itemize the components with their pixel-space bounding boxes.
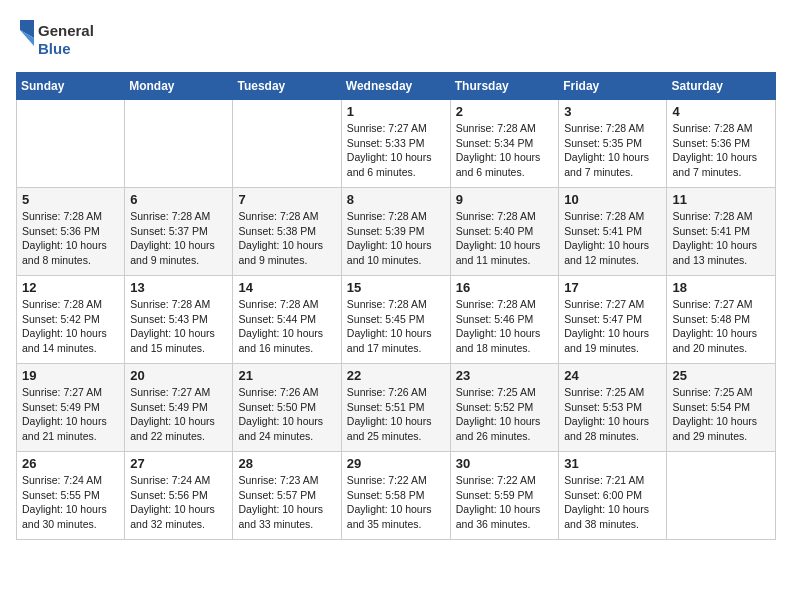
day-number: 12: [22, 280, 119, 295]
day-number: 31: [564, 456, 661, 471]
day-info: Sunrise: 7:28 AMSunset: 5:41 PMDaylight:…: [564, 209, 661, 268]
calendar-cell: 2Sunrise: 7:28 AMSunset: 5:34 PMDaylight…: [450, 100, 559, 188]
calendar-cell: 15Sunrise: 7:28 AMSunset: 5:45 PMDayligh…: [341, 276, 450, 364]
day-number: 2: [456, 104, 554, 119]
day-info: Sunrise: 7:28 AMSunset: 5:38 PMDaylight:…: [238, 209, 335, 268]
calendar-cell: 10Sunrise: 7:28 AMSunset: 5:41 PMDayligh…: [559, 188, 667, 276]
day-info: Sunrise: 7:27 AMSunset: 5:47 PMDaylight:…: [564, 297, 661, 356]
day-info: Sunrise: 7:25 AMSunset: 5:52 PMDaylight:…: [456, 385, 554, 444]
day-number: 18: [672, 280, 770, 295]
day-info: Sunrise: 7:27 AMSunset: 5:49 PMDaylight:…: [130, 385, 227, 444]
calendar-cell: 1Sunrise: 7:27 AMSunset: 5:33 PMDaylight…: [341, 100, 450, 188]
day-number: 17: [564, 280, 661, 295]
page-header: GeneralBlue: [16, 16, 776, 60]
day-info: Sunrise: 7:24 AMSunset: 5:56 PMDaylight:…: [130, 473, 227, 532]
header-monday: Monday: [125, 73, 233, 100]
day-info: Sunrise: 7:22 AMSunset: 5:59 PMDaylight:…: [456, 473, 554, 532]
day-number: 16: [456, 280, 554, 295]
calendar-cell: 8Sunrise: 7:28 AMSunset: 5:39 PMDaylight…: [341, 188, 450, 276]
week-row-5: 26Sunrise: 7:24 AMSunset: 5:55 PMDayligh…: [17, 452, 776, 540]
calendar-cell: 9Sunrise: 7:28 AMSunset: 5:40 PMDaylight…: [450, 188, 559, 276]
calendar-cell: 22Sunrise: 7:26 AMSunset: 5:51 PMDayligh…: [341, 364, 450, 452]
calendar-cell: 5Sunrise: 7:28 AMSunset: 5:36 PMDaylight…: [17, 188, 125, 276]
day-info: Sunrise: 7:28 AMSunset: 5:40 PMDaylight:…: [456, 209, 554, 268]
day-number: 8: [347, 192, 445, 207]
day-info: Sunrise: 7:25 AMSunset: 5:54 PMDaylight:…: [672, 385, 770, 444]
day-info: Sunrise: 7:27 AMSunset: 5:49 PMDaylight:…: [22, 385, 119, 444]
day-info: Sunrise: 7:28 AMSunset: 5:37 PMDaylight:…: [130, 209, 227, 268]
calendar-cell: 16Sunrise: 7:28 AMSunset: 5:46 PMDayligh…: [450, 276, 559, 364]
calendar-cell: 11Sunrise: 7:28 AMSunset: 5:41 PMDayligh…: [667, 188, 776, 276]
svg-text:Blue: Blue: [38, 40, 71, 57]
day-info: Sunrise: 7:22 AMSunset: 5:58 PMDaylight:…: [347, 473, 445, 532]
day-info: Sunrise: 7:23 AMSunset: 5:57 PMDaylight:…: [238, 473, 335, 532]
calendar-table: SundayMondayTuesdayWednesdayThursdayFrid…: [16, 72, 776, 540]
day-info: Sunrise: 7:28 AMSunset: 5:45 PMDaylight:…: [347, 297, 445, 356]
calendar-cell: 25Sunrise: 7:25 AMSunset: 5:54 PMDayligh…: [667, 364, 776, 452]
day-number: 7: [238, 192, 335, 207]
day-number: 5: [22, 192, 119, 207]
logo: GeneralBlue: [16, 16, 96, 60]
calendar-cell: [125, 100, 233, 188]
header-sunday: Sunday: [17, 73, 125, 100]
week-row-4: 19Sunrise: 7:27 AMSunset: 5:49 PMDayligh…: [17, 364, 776, 452]
day-number: 28: [238, 456, 335, 471]
day-number: 4: [672, 104, 770, 119]
day-number: 13: [130, 280, 227, 295]
day-info: Sunrise: 7:24 AMSunset: 5:55 PMDaylight:…: [22, 473, 119, 532]
day-info: Sunrise: 7:28 AMSunset: 5:43 PMDaylight:…: [130, 297, 227, 356]
calendar-cell: 29Sunrise: 7:22 AMSunset: 5:58 PMDayligh…: [341, 452, 450, 540]
day-info: Sunrise: 7:28 AMSunset: 5:41 PMDaylight:…: [672, 209, 770, 268]
day-number: 30: [456, 456, 554, 471]
calendar-cell: 7Sunrise: 7:28 AMSunset: 5:38 PMDaylight…: [233, 188, 341, 276]
day-number: 29: [347, 456, 445, 471]
day-number: 22: [347, 368, 445, 383]
calendar-cell: [667, 452, 776, 540]
day-info: Sunrise: 7:28 AMSunset: 5:44 PMDaylight:…: [238, 297, 335, 356]
day-number: 11: [672, 192, 770, 207]
day-number: 15: [347, 280, 445, 295]
week-row-3: 12Sunrise: 7:28 AMSunset: 5:42 PMDayligh…: [17, 276, 776, 364]
day-info: Sunrise: 7:28 AMSunset: 5:34 PMDaylight:…: [456, 121, 554, 180]
calendar-cell: 27Sunrise: 7:24 AMSunset: 5:56 PMDayligh…: [125, 452, 233, 540]
calendar-cell: 20Sunrise: 7:27 AMSunset: 5:49 PMDayligh…: [125, 364, 233, 452]
day-info: Sunrise: 7:26 AMSunset: 5:50 PMDaylight:…: [238, 385, 335, 444]
day-info: Sunrise: 7:28 AMSunset: 5:36 PMDaylight:…: [672, 121, 770, 180]
calendar-cell: 6Sunrise: 7:28 AMSunset: 5:37 PMDaylight…: [125, 188, 233, 276]
day-number: 24: [564, 368, 661, 383]
day-info: Sunrise: 7:28 AMSunset: 5:36 PMDaylight:…: [22, 209, 119, 268]
day-number: 19: [22, 368, 119, 383]
day-number: 10: [564, 192, 661, 207]
calendar-cell: 21Sunrise: 7:26 AMSunset: 5:50 PMDayligh…: [233, 364, 341, 452]
calendar-cell: 23Sunrise: 7:25 AMSunset: 5:52 PMDayligh…: [450, 364, 559, 452]
day-info: Sunrise: 7:26 AMSunset: 5:51 PMDaylight:…: [347, 385, 445, 444]
calendar-cell: 19Sunrise: 7:27 AMSunset: 5:49 PMDayligh…: [17, 364, 125, 452]
calendar-cell: 31Sunrise: 7:21 AMSunset: 6:00 PMDayligh…: [559, 452, 667, 540]
day-number: 25: [672, 368, 770, 383]
week-row-1: 1Sunrise: 7:27 AMSunset: 5:33 PMDaylight…: [17, 100, 776, 188]
day-number: 21: [238, 368, 335, 383]
day-info: Sunrise: 7:25 AMSunset: 5:53 PMDaylight:…: [564, 385, 661, 444]
day-info: Sunrise: 7:28 AMSunset: 5:42 PMDaylight:…: [22, 297, 119, 356]
header-thursday: Thursday: [450, 73, 559, 100]
week-row-2: 5Sunrise: 7:28 AMSunset: 5:36 PMDaylight…: [17, 188, 776, 276]
calendar-cell: 13Sunrise: 7:28 AMSunset: 5:43 PMDayligh…: [125, 276, 233, 364]
calendar-cell: [233, 100, 341, 188]
day-info: Sunrise: 7:28 AMSunset: 5:35 PMDaylight:…: [564, 121, 661, 180]
logo-svg: GeneralBlue: [16, 16, 96, 60]
svg-text:General: General: [38, 22, 94, 39]
header-wednesday: Wednesday: [341, 73, 450, 100]
day-info: Sunrise: 7:28 AMSunset: 5:39 PMDaylight:…: [347, 209, 445, 268]
day-number: 1: [347, 104, 445, 119]
day-info: Sunrise: 7:28 AMSunset: 5:46 PMDaylight:…: [456, 297, 554, 356]
header-saturday: Saturday: [667, 73, 776, 100]
day-number: 20: [130, 368, 227, 383]
calendar-cell: 26Sunrise: 7:24 AMSunset: 5:55 PMDayligh…: [17, 452, 125, 540]
calendar-cell: 24Sunrise: 7:25 AMSunset: 5:53 PMDayligh…: [559, 364, 667, 452]
day-number: 26: [22, 456, 119, 471]
day-number: 3: [564, 104, 661, 119]
day-info: Sunrise: 7:27 AMSunset: 5:48 PMDaylight:…: [672, 297, 770, 356]
day-number: 9: [456, 192, 554, 207]
calendar-cell: 4Sunrise: 7:28 AMSunset: 5:36 PMDaylight…: [667, 100, 776, 188]
calendar-cell: 14Sunrise: 7:28 AMSunset: 5:44 PMDayligh…: [233, 276, 341, 364]
